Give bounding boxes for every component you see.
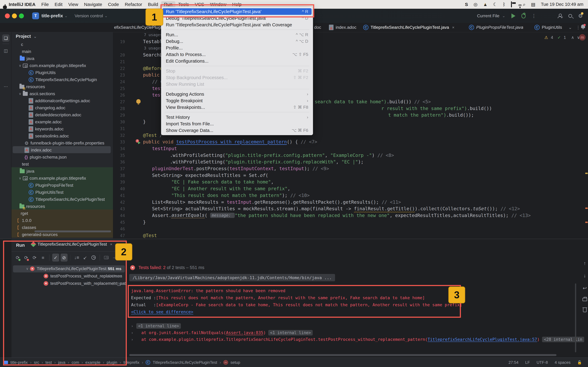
navigate-down-icon[interactable]: ↓ bbox=[584, 273, 586, 279]
tree-item-titleprefixsearchlifecycleplugintest[interactable]: CTitleprefixSearchLifeCyclePluginTest bbox=[11, 196, 113, 203]
tree-item-com-example-plugin-titleprefix[interactable]: ∨com.example.plugin.titleprefix bbox=[11, 62, 113, 69]
more-tools-icon[interactable]: ⋯ bbox=[2, 83, 9, 90]
line-number[interactable]: 44 bbox=[115, 213, 125, 218]
print-icon[interactable] bbox=[582, 298, 587, 301]
line-number[interactable]: 40 bbox=[115, 186, 125, 191]
tree-item-funnelback-plugin-title-prefix-propertie[interactable]: ⚙funnelback-plugin-title-prefix.properti… bbox=[11, 140, 113, 146]
menu-view[interactable]: View bbox=[65, 1, 81, 8]
project-widget[interactable]: title-prefix bbox=[42, 13, 63, 18]
menu-intellij-idea[interactable]: IntelliJ IDEA bbox=[6, 1, 38, 8]
shottr-icon[interactable]: S bbox=[465, 2, 468, 7]
tree-item-pluginpropsfiletest[interactable]: CPluginPropsFileTest bbox=[11, 182, 113, 189]
run-menu-item-show-running-list[interactable]: Show Running List bbox=[162, 81, 312, 87]
line-number[interactable]: 33 bbox=[115, 140, 125, 144]
intention-bulb-icon[interactable] bbox=[136, 99, 141, 103]
structure-tool-icon[interactable]: ◫ bbox=[2, 47, 9, 54]
stack-line-2[interactable]: › at com.example.plugin.titleprefix.Titl… bbox=[131, 337, 584, 342]
stack-line-0[interactable]: ›<1 internal line> bbox=[131, 324, 181, 328]
menu-build[interactable]: Build bbox=[145, 1, 161, 8]
notifications-bell-icon[interactable] bbox=[581, 25, 585, 29]
tree-item-java[interactable]: java bbox=[11, 168, 113, 175]
java-command-line[interactable]: /Library/Java/JavaVirtualMachines/adopto… bbox=[129, 274, 335, 281]
prev-problem-icon[interactable]: ∧ bbox=[571, 35, 574, 40]
run-menu-item-view-breakpoints[interactable]: View Breakpoints...⇧ ⌘ F8 bbox=[162, 104, 312, 110]
zoom-window-button[interactable] bbox=[19, 13, 24, 18]
tree-item-ascii-sections[interactable]: ∨ascii.sections bbox=[11, 91, 113, 97]
tree-item-com-example-plugin-titleprefix[interactable]: ∨com.example.plugin.titleprefix bbox=[11, 175, 113, 182]
tab-titleprefixsearchlifecycleplugintest-jav[interactable]: CTitleprefixSearchLifeCyclePluginTest.ja… bbox=[363, 23, 454, 32]
code-with-me-icon[interactable] bbox=[558, 14, 562, 18]
clear-all-icon[interactable] bbox=[583, 308, 587, 312]
line-number[interactable]: 34 bbox=[115, 146, 125, 151]
internal-lines-chip[interactable]: <1 internal line> bbox=[268, 330, 313, 335]
apple-menu[interactable] bbox=[0, 4, 6, 5]
line-number[interactable]: 31 bbox=[115, 126, 125, 131]
internal-lines-chip[interactable]: <1 internal line> bbox=[136, 323, 181, 329]
line-number[interactable]: 43 bbox=[115, 207, 125, 211]
tree-item-resources[interactable]: resources bbox=[11, 83, 113, 90]
indent-style[interactable]: 4 spaces bbox=[555, 360, 571, 365]
tree-item-pluginutilstest[interactable]: CPluginUtilsTest bbox=[11, 189, 113, 196]
bluetooth-icon[interactable]: ᛒ bbox=[503, 2, 505, 7]
lock-icon[interactable]: 🔓 bbox=[577, 360, 582, 365]
internal-lines-chip[interactable]: <28 internal lin bbox=[542, 337, 584, 342]
run-menu-item-attach-to-process[interactable]: Attach to Process...⌥ ⇧ F5 bbox=[162, 51, 312, 58]
chevron-down-icon[interactable]: ∨ bbox=[19, 64, 21, 68]
tree-item-index-adoc[interactable]: Aindex.adoc bbox=[11, 147, 113, 153]
stack-line-1[interactable]: › at org.junit.Assert.failNotEquals(Asse… bbox=[131, 330, 313, 335]
run-menu-item-import-tests-from-file[interactable]: Import Tests from File... bbox=[162, 120, 312, 127]
inspections-widget[interactable]: ⚠4 ✓1 ∧ ∨ bbox=[544, 35, 580, 40]
search-everywhere-icon[interactable] bbox=[568, 14, 572, 18]
run-menu-item-stop-background-processes[interactable]: Stop Background Processes...⇧ ⌘ F2 bbox=[162, 74, 312, 81]
line-number[interactable]: 35 bbox=[115, 153, 125, 158]
tree-item-seealsolinks-adoc[interactable]: Aseealsolinks.adoc bbox=[11, 133, 113, 139]
tree-item-pluginutils[interactable]: CPluginUtils bbox=[11, 69, 113, 76]
project-tool-icon[interactable]: ❏ bbox=[2, 34, 9, 42]
project-panel-title[interactable]: Project ⌄ bbox=[16, 34, 37, 39]
line-number[interactable]: 20 bbox=[115, 53, 125, 57]
run-menu-item-edit-configurations[interactable]: Edit Configurations... bbox=[162, 58, 312, 64]
line-number[interactable]: 29 bbox=[115, 113, 125, 117]
run-menu-item-run-titleprefixsearchlifecycleplugintest[interactable]: Run 'TitleprefixSearchLifeCyclePluginTes… bbox=[162, 21, 312, 28]
tree-item-keywords-adoc[interactable]: Akeywords.adoc bbox=[11, 126, 113, 132]
chevron-down-icon[interactable]: ∨ bbox=[19, 176, 21, 180]
line-number[interactable]: 36 bbox=[115, 160, 125, 164]
screen-record-icon[interactable]: ◎ bbox=[473, 2, 478, 7]
run-menu-item-toggle-breakpoint[interactable]: Toggle Breakpoint› bbox=[162, 97, 312, 104]
line-number[interactable]: 42 bbox=[115, 200, 125, 205]
hidden-tabs-chevron-icon[interactable]: ⌄ bbox=[568, 23, 572, 32]
expand-chevron-icon[interactable]: › bbox=[131, 331, 133, 335]
tree-item-changelog-adoc[interactable]: Achangelog.adoc bbox=[11, 105, 113, 111]
line-number[interactable]: 37 bbox=[115, 166, 125, 171]
run-menu-item-profile[interactable]: Profile... bbox=[162, 44, 312, 51]
project-hscrollbar[interactable] bbox=[34, 231, 111, 232]
line-number[interactable]: 24 bbox=[115, 79, 125, 84]
line-number[interactable]: 27 bbox=[115, 100, 125, 104]
menu-navigate[interactable]: Navigate bbox=[81, 1, 105, 8]
tab-doc[interactable]: doc bbox=[314, 23, 321, 32]
minimize-window-button[interactable] bbox=[12, 13, 17, 18]
menu-code[interactable]: Code bbox=[105, 1, 122, 8]
tree-item-detaileddescription-adoc[interactable]: Adetaileddescription.adoc bbox=[11, 112, 113, 118]
tab-index-adoc[interactable]: Aindex.adoc bbox=[329, 23, 356, 32]
tree-item-java[interactable]: java bbox=[11, 55, 113, 62]
breadcrumb-titleprefixsearchlifecycleplugintest[interactable]: TitleprefixSearchLifeCyclePluginTest bbox=[153, 360, 217, 365]
line-number[interactable]: 47 bbox=[115, 233, 125, 238]
soft-wrap-icon[interactable]: ↩ bbox=[583, 285, 587, 291]
menu-refactor[interactable]: Refactor bbox=[122, 1, 145, 8]
tree-item-main[interactable]: main bbox=[11, 48, 113, 55]
spotlight-icon[interactable]: ⌕ bbox=[523, 2, 526, 7]
tree-item-1-0-0[interactable]: 1.0.0 bbox=[11, 217, 113, 224]
line-number[interactable]: 46 bbox=[115, 226, 125, 231]
tree-item-rget[interactable]: rget bbox=[11, 210, 113, 217]
console-vscrollbar[interactable] bbox=[575, 284, 576, 352]
line-number[interactable]: 39 bbox=[115, 180, 125, 184]
line-number[interactable]: 23 bbox=[115, 73, 125, 77]
tab-list-more-icon[interactable]: ⋮ bbox=[576, 23, 580, 32]
focus-moon-icon[interactable]: ☾ bbox=[493, 2, 497, 7]
line-number[interactable]: 19 bbox=[115, 39, 125, 44]
settings-gear-icon[interactable]: ⚙ bbox=[578, 13, 583, 19]
tree-item-titleprefixsearchlifecycleplugin[interactable]: CTitleprefixSearchLifeCyclePlugin bbox=[11, 76, 113, 83]
line-number[interactable]: 25 bbox=[115, 86, 125, 91]
console-hscrollbar[interactable] bbox=[129, 354, 556, 356]
